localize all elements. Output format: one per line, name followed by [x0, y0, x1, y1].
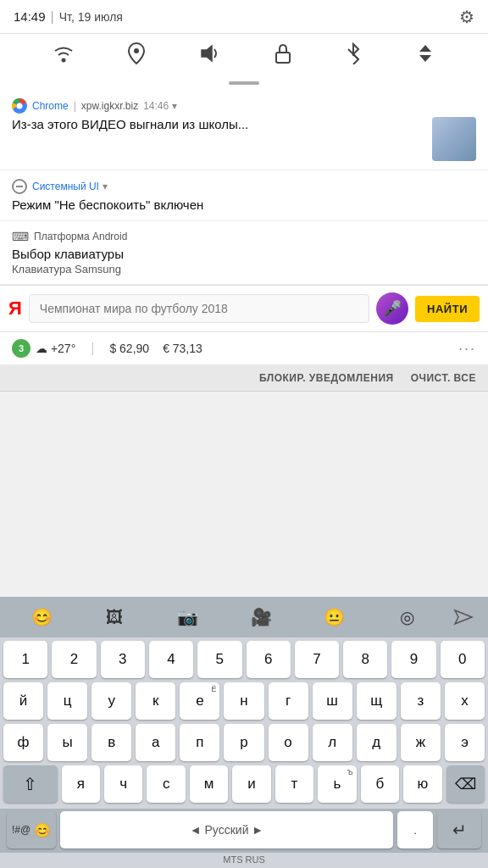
key-л[interactable]: л — [313, 724, 352, 761]
key-ш[interactable]: ш — [313, 682, 352, 720]
weather-widget[interactable]: 3 ☁ +27° — [12, 339, 75, 358]
weather-temp: ☁ +27° — [36, 342, 75, 355]
sticker-button[interactable]: 😐 — [299, 602, 369, 632]
key-г[interactable]: г — [269, 682, 308, 720]
key-4[interactable]: 4 — [149, 641, 193, 678]
volume-icon[interactable] — [198, 44, 220, 68]
shift-key[interactable]: ⇧ — [3, 765, 58, 803]
key-2[interactable]: 2 — [52, 641, 96, 678]
status-time: 14:49 — [14, 9, 46, 24]
wifi-icon[interactable] — [53, 44, 75, 68]
svg-marker-7 — [455, 610, 472, 624]
yandex-search-bar: Я 🎤 НАЙТИ — [0, 285, 488, 332]
location-icon[interactable] — [128, 42, 145, 70]
chrome-thumbnail — [432, 117, 476, 161]
notification-systemui[interactable]: Системный UI ▾ Режим "Не беспокоить" вкл… — [0, 170, 488, 221]
svg-marker-2 — [202, 46, 212, 61]
bluetooth-icon[interactable] — [346, 42, 361, 70]
key-а[interactable]: а — [136, 724, 175, 761]
language-key[interactable]: ◄ Русский ► — [60, 811, 393, 849]
key-в[interactable]: в — [92, 724, 131, 761]
key-7[interactable]: 7 — [295, 641, 339, 678]
key-у[interactable]: у — [92, 682, 131, 720]
key-ы[interactable]: ы — [47, 724, 87, 761]
yandex-search-button[interactable]: НАЙТИ — [415, 296, 480, 322]
symbols-key[interactable]: !#@ 😊 — [7, 811, 56, 849]
status-date: Чт, 19 июля — [59, 10, 123, 24]
key-8[interactable]: 8 — [343, 641, 387, 678]
notification-chrome[interactable]: Chrome | xpw.igkxr.biz 14:46 ▾ Из-за это… — [0, 90, 488, 170]
key-т[interactable]: т — [275, 765, 313, 803]
period-key[interactable]: . — [397, 811, 433, 849]
key-5[interactable]: 5 — [197, 641, 241, 678]
key-е[interactable]: еЁ — [180, 682, 219, 720]
key-0[interactable]: 0 — [441, 641, 485, 678]
key-й[interactable]: й — [3, 682, 43, 720]
more-dots[interactable]: ··· — [458, 340, 476, 358]
android-app-name: Платформа Android — [34, 231, 127, 242]
clear-all-button[interactable]: ОЧИСТ. ВСЕ — [411, 372, 476, 384]
key-з[interactable]: з — [401, 682, 441, 720]
key-с[interactable]: с — [147, 765, 185, 803]
key-э[interactable]: э — [445, 724, 485, 761]
lock-icon[interactable] — [274, 42, 292, 70]
key-б[interactable]: б — [361, 765, 399, 803]
enter-key[interactable]: ↵ — [437, 811, 481, 849]
svg-rect-3 — [276, 53, 290, 63]
emoji-button[interactable]: 😊 — [7, 602, 76, 632]
keyboard-row-2: й ц у к еЁ н г ш щ з х — [3, 682, 485, 720]
video-button[interactable]: 🎥 — [226, 602, 296, 632]
gear-icon[interactable]: ⚙ — [459, 7, 474, 27]
status-divider: | — [51, 9, 54, 25]
mic-icon: 🎤 — [383, 299, 402, 318]
key-н[interactable]: н — [224, 682, 263, 720]
location-toolbar-button[interactable]: ◎ — [373, 602, 442, 632]
euro-rate[interactable]: € 73,13 — [163, 342, 202, 355]
dollar-rate[interactable]: $ 62,90 — [109, 342, 149, 355]
yandex-search-input[interactable] — [29, 294, 369, 323]
chrome-app-icon — [12, 98, 27, 114]
key-ь[interactable]: ьЪ — [318, 765, 356, 803]
key-р[interactable]: р — [224, 724, 263, 761]
image-button[interactable]: 🖼 — [80, 602, 149, 632]
svg-point-6 — [17, 103, 23, 109]
system-ui-icon — [12, 179, 27, 194]
key-ф[interactable]: ф — [3, 724, 43, 761]
key-я[interactable]: я — [62, 765, 100, 803]
key-ж[interactable]: ж — [401, 724, 441, 761]
systemui-expand-icon[interactable]: ▾ — [103, 181, 108, 192]
keyboard-toolbar: 😊 🖼 📷 🎥 😐 ◎ — [0, 597, 488, 637]
key-к[interactable]: к — [136, 682, 175, 720]
key-и[interactable]: и — [232, 765, 270, 803]
camera-button[interactable]: 📷 — [153, 602, 223, 632]
key-х[interactable]: х — [445, 682, 485, 720]
backspace-key[interactable]: ⌫ — [446, 765, 485, 803]
key-ю[interactable]: ю — [403, 765, 441, 803]
block-notifications-button[interactable]: БЛОКИР. УВЕДОМЛЕНИЯ — [259, 372, 394, 384]
key-6[interactable]: 6 — [247, 641, 291, 678]
key-м[interactable]: м — [190, 765, 228, 803]
key-9[interactable]: 9 — [391, 641, 435, 678]
chrome-expand-icon[interactable]: ▾ — [172, 100, 177, 112]
key-щ[interactable]: щ — [357, 682, 396, 720]
keyboard: 😊 🖼 📷 🎥 😐 ◎ 1 2 3 4 5 6 7 8 9 0 й ц — [0, 597, 488, 868]
send-button[interactable] — [446, 602, 481, 632]
drag-handle[interactable] — [0, 78, 488, 90]
key-3[interactable]: 3 — [101, 641, 145, 678]
carrier-label: MTS RUS — [0, 853, 488, 868]
keyboard-row-3: ф ы в а п р о л д ж э — [3, 724, 485, 761]
yandex-mic-button[interactable]: 🎤 — [376, 292, 408, 325]
key-ч[interactable]: ч — [104, 765, 142, 803]
key-о[interactable]: о — [269, 724, 308, 761]
key-д[interactable]: д — [357, 724, 396, 761]
keyboard-row-4: ⇧ я ч с м и т ьЪ б ю ⌫ — [3, 765, 485, 803]
key-ц[interactable]: ц — [47, 682, 87, 720]
data-icon[interactable] — [414, 43, 436, 69]
keyboard-bottom-row: !#@ 😊 ◄ Русский ► . ↵ — [0, 809, 488, 853]
key-1[interactable]: 1 — [3, 641, 47, 678]
keyboard-row-numbers: 1 2 3 4 5 6 7 8 9 0 — [3, 641, 485, 678]
quick-settings-bar — [0, 34, 488, 78]
key-п[interactable]: п — [180, 724, 219, 761]
notification-android[interactable]: ⌨ Платформа Android Выбор клавиатуры Кла… — [0, 221, 488, 285]
chrome-notif-title: Из-за этого ВИДЕО выгнали из школы... — [12, 117, 424, 131]
